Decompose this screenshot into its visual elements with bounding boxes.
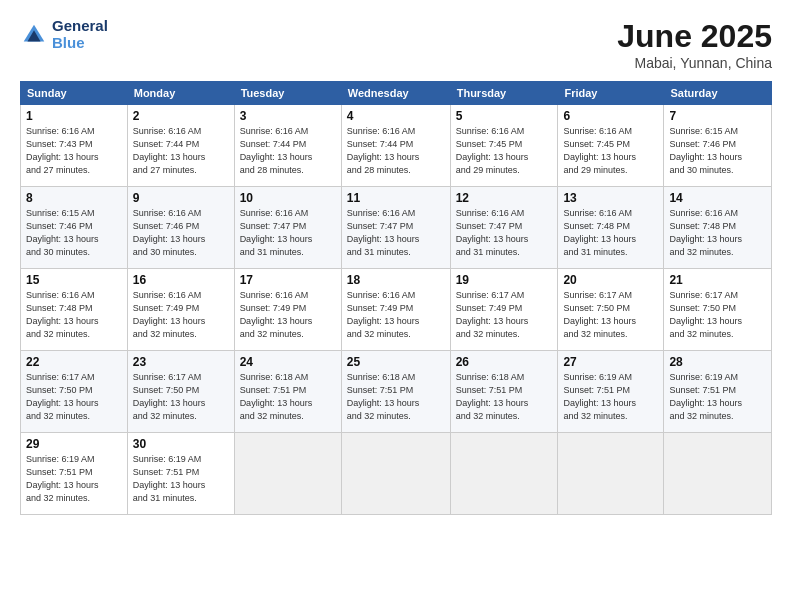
- table-row: 21Sunrise: 6:17 AMSunset: 7:50 PMDayligh…: [664, 269, 772, 351]
- day-info: Sunrise: 6:16 AMSunset: 7:49 PMDaylight:…: [240, 289, 336, 341]
- table-row: [450, 433, 558, 515]
- day-info: Sunrise: 6:16 AMSunset: 7:44 PMDaylight:…: [347, 125, 445, 177]
- day-info: Sunrise: 6:17 AMSunset: 7:49 PMDaylight:…: [456, 289, 553, 341]
- day-number: 28: [669, 355, 766, 369]
- location: Mabai, Yunnan, China: [617, 55, 772, 71]
- day-info: Sunrise: 6:16 AMSunset: 7:47 PMDaylight:…: [456, 207, 553, 259]
- table-row: 11Sunrise: 6:16 AMSunset: 7:47 PMDayligh…: [341, 187, 450, 269]
- day-info: Sunrise: 6:19 AMSunset: 7:51 PMDaylight:…: [133, 453, 229, 505]
- day-info: Sunrise: 6:18 AMSunset: 7:51 PMDaylight:…: [347, 371, 445, 423]
- day-number: 22: [26, 355, 122, 369]
- day-number: 2: [133, 109, 229, 123]
- day-number: 4: [347, 109, 445, 123]
- table-row: 10Sunrise: 6:16 AMSunset: 7:47 PMDayligh…: [234, 187, 341, 269]
- calendar-week-row: 22Sunrise: 6:17 AMSunset: 7:50 PMDayligh…: [21, 351, 772, 433]
- day-number: 1: [26, 109, 122, 123]
- day-number: 23: [133, 355, 229, 369]
- day-info: Sunrise: 6:15 AMSunset: 7:46 PMDaylight:…: [669, 125, 766, 177]
- day-number: 15: [26, 273, 122, 287]
- day-info: Sunrise: 6:16 AMSunset: 7:48 PMDaylight:…: [563, 207, 658, 259]
- day-number: 17: [240, 273, 336, 287]
- day-number: 26: [456, 355, 553, 369]
- calendar-header-row: Sunday Monday Tuesday Wednesday Thursday…: [21, 82, 772, 105]
- calendar-week-row: 1Sunrise: 6:16 AMSunset: 7:43 PMDaylight…: [21, 105, 772, 187]
- table-row: 23Sunrise: 6:17 AMSunset: 7:50 PMDayligh…: [127, 351, 234, 433]
- day-number: 21: [669, 273, 766, 287]
- table-row: 1Sunrise: 6:16 AMSunset: 7:43 PMDaylight…: [21, 105, 128, 187]
- day-info: Sunrise: 6:16 AMSunset: 7:43 PMDaylight:…: [26, 125, 122, 177]
- day-info: Sunrise: 6:16 AMSunset: 7:48 PMDaylight:…: [26, 289, 122, 341]
- day-info: Sunrise: 6:16 AMSunset: 7:47 PMDaylight:…: [240, 207, 336, 259]
- day-info: Sunrise: 6:17 AMSunset: 7:50 PMDaylight:…: [133, 371, 229, 423]
- table-row: 2Sunrise: 6:16 AMSunset: 7:44 PMDaylight…: [127, 105, 234, 187]
- table-row: 30Sunrise: 6:19 AMSunset: 7:51 PMDayligh…: [127, 433, 234, 515]
- table-row: 5Sunrise: 6:16 AMSunset: 7:45 PMDaylight…: [450, 105, 558, 187]
- day-info: Sunrise: 6:17 AMSunset: 7:50 PMDaylight:…: [669, 289, 766, 341]
- day-info: Sunrise: 6:16 AMSunset: 7:49 PMDaylight:…: [133, 289, 229, 341]
- day-info: Sunrise: 6:16 AMSunset: 7:48 PMDaylight:…: [669, 207, 766, 259]
- header: General Blue June 2025 Mabai, Yunnan, Ch…: [20, 18, 772, 71]
- table-row: 4Sunrise: 6:16 AMSunset: 7:44 PMDaylight…: [341, 105, 450, 187]
- table-row: 26Sunrise: 6:18 AMSunset: 7:51 PMDayligh…: [450, 351, 558, 433]
- table-row: 3Sunrise: 6:16 AMSunset: 7:44 PMDaylight…: [234, 105, 341, 187]
- header-thursday: Thursday: [450, 82, 558, 105]
- logo: General Blue: [20, 18, 108, 51]
- day-number: 16: [133, 273, 229, 287]
- day-info: Sunrise: 6:18 AMSunset: 7:51 PMDaylight:…: [240, 371, 336, 423]
- table-row: 24Sunrise: 6:18 AMSunset: 7:51 PMDayligh…: [234, 351, 341, 433]
- table-row: 9Sunrise: 6:16 AMSunset: 7:46 PMDaylight…: [127, 187, 234, 269]
- day-number: 9: [133, 191, 229, 205]
- day-info: Sunrise: 6:16 AMSunset: 7:44 PMDaylight:…: [133, 125, 229, 177]
- day-info: Sunrise: 6:16 AMSunset: 7:45 PMDaylight:…: [563, 125, 658, 177]
- table-row: 6Sunrise: 6:16 AMSunset: 7:45 PMDaylight…: [558, 105, 664, 187]
- table-row: [558, 433, 664, 515]
- table-row: 15Sunrise: 6:16 AMSunset: 7:48 PMDayligh…: [21, 269, 128, 351]
- table-row: 19Sunrise: 6:17 AMSunset: 7:49 PMDayligh…: [450, 269, 558, 351]
- day-info: Sunrise: 6:16 AMSunset: 7:46 PMDaylight:…: [133, 207, 229, 259]
- month-title: June 2025: [617, 18, 772, 55]
- day-number: 10: [240, 191, 336, 205]
- table-row: 8Sunrise: 6:15 AMSunset: 7:46 PMDaylight…: [21, 187, 128, 269]
- day-number: 12: [456, 191, 553, 205]
- calendar-week-row: 15Sunrise: 6:16 AMSunset: 7:48 PMDayligh…: [21, 269, 772, 351]
- table-row: [234, 433, 341, 515]
- day-number: 7: [669, 109, 766, 123]
- day-info: Sunrise: 6:16 AMSunset: 7:45 PMDaylight:…: [456, 125, 553, 177]
- header-sunday: Sunday: [21, 82, 128, 105]
- day-number: 29: [26, 437, 122, 451]
- day-info: Sunrise: 6:16 AMSunset: 7:44 PMDaylight:…: [240, 125, 336, 177]
- header-tuesday: Tuesday: [234, 82, 341, 105]
- table-row: 27Sunrise: 6:19 AMSunset: 7:51 PMDayligh…: [558, 351, 664, 433]
- header-monday: Monday: [127, 82, 234, 105]
- day-number: 8: [26, 191, 122, 205]
- day-info: Sunrise: 6:17 AMSunset: 7:50 PMDaylight:…: [26, 371, 122, 423]
- day-number: 25: [347, 355, 445, 369]
- table-row: 18Sunrise: 6:16 AMSunset: 7:49 PMDayligh…: [341, 269, 450, 351]
- day-info: Sunrise: 6:16 AMSunset: 7:49 PMDaylight:…: [347, 289, 445, 341]
- day-number: 13: [563, 191, 658, 205]
- day-info: Sunrise: 6:18 AMSunset: 7:51 PMDaylight:…: [456, 371, 553, 423]
- table-row: 28Sunrise: 6:19 AMSunset: 7:51 PMDayligh…: [664, 351, 772, 433]
- table-row: 7Sunrise: 6:15 AMSunset: 7:46 PMDaylight…: [664, 105, 772, 187]
- day-info: Sunrise: 6:15 AMSunset: 7:46 PMDaylight:…: [26, 207, 122, 259]
- day-number: 20: [563, 273, 658, 287]
- day-number: 14: [669, 191, 766, 205]
- table-row: [664, 433, 772, 515]
- day-number: 5: [456, 109, 553, 123]
- day-number: 6: [563, 109, 658, 123]
- header-wednesday: Wednesday: [341, 82, 450, 105]
- table-row: 16Sunrise: 6:16 AMSunset: 7:49 PMDayligh…: [127, 269, 234, 351]
- table-row: [341, 433, 450, 515]
- calendar-week-row: 29Sunrise: 6:19 AMSunset: 7:51 PMDayligh…: [21, 433, 772, 515]
- table-row: 14Sunrise: 6:16 AMSunset: 7:48 PMDayligh…: [664, 187, 772, 269]
- day-number: 3: [240, 109, 336, 123]
- calendar-table: Sunday Monday Tuesday Wednesday Thursday…: [20, 81, 772, 515]
- table-row: 20Sunrise: 6:17 AMSunset: 7:50 PMDayligh…: [558, 269, 664, 351]
- table-row: 12Sunrise: 6:16 AMSunset: 7:47 PMDayligh…: [450, 187, 558, 269]
- table-row: 29Sunrise: 6:19 AMSunset: 7:51 PMDayligh…: [21, 433, 128, 515]
- header-friday: Friday: [558, 82, 664, 105]
- title-block: June 2025 Mabai, Yunnan, China: [617, 18, 772, 71]
- day-number: 24: [240, 355, 336, 369]
- day-number: 30: [133, 437, 229, 451]
- day-number: 18: [347, 273, 445, 287]
